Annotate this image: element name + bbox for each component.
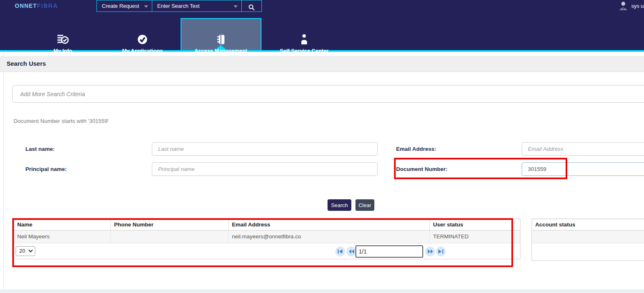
principal-name-label: Principal name: [25,166,67,172]
column-header-phone[interactable]: Phone Number [111,219,229,230]
first-page-icon [337,249,343,254]
tab-label: Self Service Center [280,48,329,54]
results-table-account-status-section: Account status [532,219,644,261]
last-name-input[interactable] [152,142,378,156]
top-bar: ONNETFIBRA Create Request Enter Search T… [0,0,644,12]
global-search-combobox[interactable]: Enter Search Text [152,0,242,12]
access-management-icon [215,33,227,46]
clear-button[interactable]: Clear [355,199,374,211]
tab-label: Access Management [195,48,248,54]
cell-email: neil.mayeers@onnetfibra.co [229,231,430,243]
app-root: ONNETFIBRA Create Request Enter Search T… [0,0,644,293]
logged-in-user-label[interactable]: sys u [631,0,644,12]
page-title: Search Users [7,60,46,67]
create-request-label: Create Request [102,3,139,9]
last-page-button[interactable] [436,247,446,256]
active-criteria-text: Document Number starts with '301559' [14,118,109,124]
logo-text-primary: ONNET [15,2,37,9]
my-info-icon [57,33,69,46]
main-navigation: My Info My Applications A [0,12,644,50]
chevron-down-icon [234,5,238,8]
search-icon [248,4,255,11]
tab-label: My Info [53,48,72,54]
global-search-button[interactable] [241,0,262,12]
next-page-button[interactable] [425,247,435,256]
principal-name-input[interactable] [152,162,378,176]
column-header-user-status[interactable]: User status [430,219,520,230]
last-page-icon [438,249,444,254]
email-address-input[interactable] [522,142,644,156]
document-number-label: Document Number: [396,166,447,172]
global-search-placeholder: Enter Search Text [157,3,199,9]
create-request-dropdown[interactable]: Create Request [96,0,152,12]
add-criteria-input[interactable] [12,85,644,103]
brand-logo[interactable]: ONNETFIBRA [15,0,58,12]
cell-phone [111,231,229,243]
last-name-label: Last name: [25,146,55,152]
page-size-value: 20 [19,248,25,254]
tab-label: My Applications [122,48,163,54]
cell-name: Neil Mayeers [14,231,111,243]
previous-page-icon [348,249,355,254]
person-icon [618,1,628,11]
page-header: Search Users [0,56,644,72]
page-indicator-input[interactable] [355,245,423,258]
tab-my-info[interactable]: My Info [24,33,102,54]
chevron-down-icon [144,5,148,8]
document-number-input[interactable] [522,162,644,176]
logo-text-secondary: FIBRA [37,2,58,9]
page-bottom-strip [0,290,644,293]
column-header-name[interactable]: Name [14,219,111,230]
table-row[interactable]: Neil Mayeers neil.mayeers@onnetfibra.co … [14,231,520,243]
column-header-email[interactable]: Email Address [229,219,430,230]
cell-user-status: TERMINATED [430,231,520,243]
previous-page-button[interactable] [346,247,356,256]
search-button[interactable]: Search [328,199,351,211]
tab-access-management[interactable]: Access Management [182,33,260,54]
content-left-border [3,52,4,290]
user-avatar[interactable] [618,1,628,11]
page-size-select[interactable]: 20 [16,246,35,256]
tab-self-service-center[interactable]: Self Service Center [265,33,343,54]
results-table-header: Name Phone Number Email Address User sta… [14,219,520,231]
first-page-button[interactable] [335,247,345,256]
tab-my-applications[interactable]: My Applications [103,33,181,54]
my-applications-icon [137,33,148,46]
chevron-down-icon [28,249,33,253]
email-address-label: Email Address: [396,146,436,152]
next-page-icon [427,249,433,254]
self-service-icon [299,33,309,46]
cell-account-status [532,231,644,243]
column-header-account-status[interactable]: Account status [532,219,644,231]
